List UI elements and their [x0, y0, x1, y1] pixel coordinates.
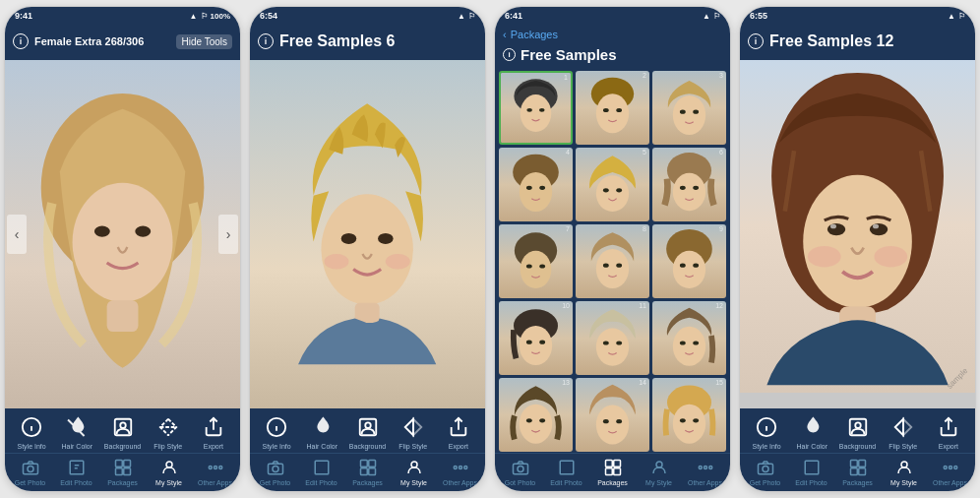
tool-background-2[interactable]: Background [344, 413, 390, 450]
info-icon-1[interactable]: i [13, 33, 29, 49]
svg-point-117 [873, 224, 879, 229]
portrait-icon [109, 413, 137, 441]
svg-point-78 [680, 264, 686, 268]
svg-point-137 [953, 467, 956, 469]
tool-style-info-4[interactable]: Style Info [744, 413, 789, 450]
share-icon [200, 413, 227, 441]
hair-cell-3[interactable]: 3 [652, 71, 726, 145]
nav-edit-label-1: Edit Photo [60, 479, 92, 486]
nav-packages-4[interactable]: Packages [834, 457, 881, 486]
person-placeholder-1: ‹ › [5, 60, 240, 408]
svg-point-43 [411, 462, 417, 467]
hair-cell-1[interactable]: 1 [499, 71, 573, 145]
svg-point-57 [693, 110, 699, 114]
hair-cell-8[interactable]: 8 [576, 224, 649, 298]
otherapps-icon-4 [940, 457, 961, 478]
tool-flip-style[interactable]: Flip Style [146, 413, 191, 450]
info-icon-3[interactable]: i [503, 48, 516, 61]
right-arrow[interactable]: › [218, 215, 238, 254]
nav-packages-2[interactable]: Packages [344, 457, 391, 486]
svg-point-24 [386, 254, 410, 270]
export-label: Export [204, 443, 223, 450]
info-circle-icon [18, 413, 45, 441]
hide-tools-button[interactable]: Hide Tools [176, 34, 232, 49]
hair-cell-9[interactable]: 9 [652, 224, 726, 298]
hair-cell-11[interactable]: 11 [576, 301, 649, 375]
nav-otherapps-1[interactable]: Other Apps [192, 457, 238, 486]
nav-edit-2[interactable]: Edit Photo [298, 457, 344, 486]
person-placeholder-2 [250, 60, 485, 408]
hair-cell-5[interactable]: 5 [576, 148, 649, 221]
svg-point-98 [680, 418, 686, 422]
nav-edit-3[interactable]: Edit Photo [543, 457, 589, 486]
nav-mystyle-4[interactable]: My Style [881, 457, 927, 486]
tool-flip-style-4[interactable]: Flip Style [881, 413, 926, 450]
tool-export-4[interactable]: Export [926, 413, 971, 450]
cell-num-2: 2 [643, 72, 646, 79]
tool-hair-color-2[interactable]: Hair Color [299, 413, 344, 450]
back-button-3[interactable]: Packages [511, 29, 558, 40]
hair-face-2 [576, 71, 649, 145]
background-label: Background [104, 443, 141, 450]
svg-point-108 [699, 467, 702, 469]
hair-cell-7[interactable]: 7 [499, 224, 573, 298]
nav-otherapps-4[interactable]: Other Apps [927, 457, 973, 486]
edit-icon-2 [311, 457, 333, 478]
svg-point-55 [673, 95, 705, 135]
nav-edit-4[interactable]: Edit Photo [788, 457, 834, 486]
hair-cell-13[interactable]: 13 [499, 378, 573, 452]
nav-camera-4[interactable]: Get Photo [742, 457, 788, 486]
nav-mystyle-1[interactable]: My Style [146, 457, 192, 486]
tool-export-2[interactable]: Export [436, 413, 481, 450]
bucket-icon-4 [798, 413, 826, 441]
mystyle-icon-1 [158, 457, 180, 478]
style-info-label-2: Style Info [263, 443, 291, 450]
svg-point-73 [596, 249, 629, 288]
svg-point-18 [166, 462, 172, 467]
hair-cell-15[interactable]: 15 [652, 378, 726, 452]
hair-face-13 [499, 378, 573, 452]
status-bar-2: 6:54 ▲ ⚐ [250, 7, 485, 25]
tool-background-4[interactable]: Background [834, 413, 880, 450]
svg-point-50 [539, 108, 545, 112]
hair-cell-12[interactable]: 12 [652, 301, 726, 375]
wifi-icon-2: ⚐ [468, 12, 475, 21]
svg-rect-131 [858, 461, 865, 467]
tool-style-info-2[interactable]: Style Info [254, 413, 299, 450]
info-icon-2[interactable]: i [258, 33, 274, 49]
tool-hair-color[interactable]: Hair Color [54, 413, 99, 450]
hair-cell-14[interactable]: 14 [576, 378, 649, 452]
nav-camera-2[interactable]: Get Photo [252, 457, 298, 486]
nav-edit-label-3: Edit Photo [550, 479, 582, 486]
tool-hair-color-4[interactable]: Hair Color [789, 413, 834, 450]
svg-point-90 [520, 405, 552, 444]
nav-mystyle-3[interactable]: My Style [636, 457, 682, 486]
hair-cell-4[interactable]: 4 [499, 148, 573, 221]
svg-marker-124 [894, 419, 902, 436]
phone-4: 6:55 ▲ ⚐ i Free Samples 12 [739, 6, 976, 492]
bucket-icon [63, 413, 91, 441]
svg-rect-17 [123, 468, 130, 475]
tool-background[interactable]: Background [99, 413, 145, 450]
svg-rect-40 [368, 461, 375, 467]
nav-camera-3[interactable]: Got Photo [497, 457, 543, 486]
nav-camera-1[interactable]: Get Photo [7, 457, 53, 486]
nav-edit-1[interactable]: Edit Photo [53, 457, 99, 486]
hair-cell-2[interactable]: 2 [576, 71, 649, 145]
hair-cell-6[interactable]: 6 [652, 148, 726, 221]
nav-otherapps-3[interactable]: Other Apps [682, 457, 728, 486]
svg-point-68 [693, 186, 699, 190]
nav-packages-3[interactable]: Packages [589, 457, 636, 486]
hair-cell-10[interactable]: 10 [499, 301, 573, 375]
tool-style-info[interactable]: Style Info [9, 413, 54, 450]
info-icon-4[interactable]: i [748, 33, 764, 49]
camera-icon-2 [265, 457, 286, 478]
nav-mystyle-2[interactable]: My Style [391, 457, 437, 486]
nav-packages-1[interactable]: Packages [99, 457, 146, 486]
main-title-2: Free Samples 6 [279, 32, 395, 50]
tool-flip-style-2[interactable]: Flip Style [391, 413, 436, 450]
tool-export[interactable]: Export [191, 413, 236, 450]
svg-point-136 [949, 467, 951, 469]
left-arrow[interactable]: ‹ [7, 215, 27, 254]
nav-otherapps-2[interactable]: Other Apps [437, 457, 483, 486]
